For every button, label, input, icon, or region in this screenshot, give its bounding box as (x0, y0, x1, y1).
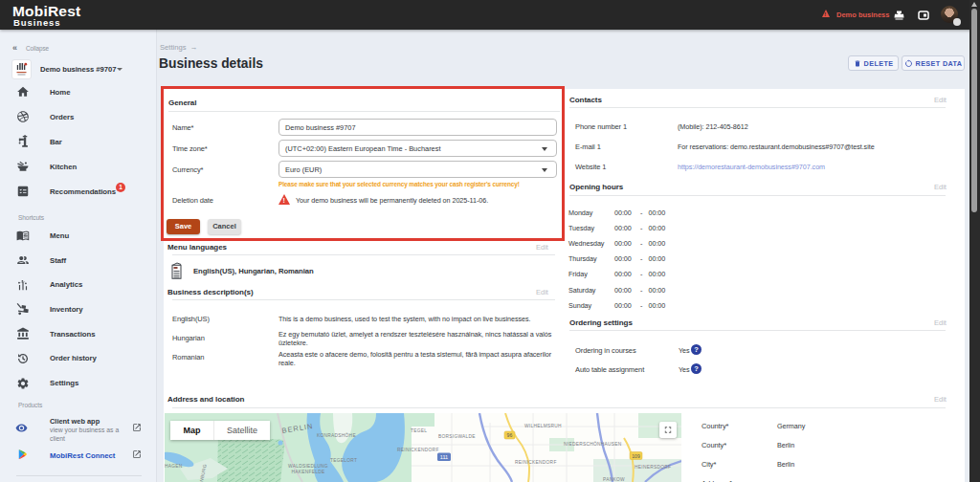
svg-text:WILHELMSRUH: WILHELMSRUH (524, 424, 562, 428)
svg-text:109: 109 (632, 453, 640, 459)
svg-text:TEGEL: TEGEL (411, 428, 427, 433)
svg-text:NIEDERSCHÖNHAUSEN: NIEDERSCHÖNHAUSEN (564, 441, 622, 447)
svg-text:WALDSIEDLUNGHAKENFELDE: WALDSIEDLUNGHAKENFELDE (288, 464, 328, 474)
svg-text:96: 96 (507, 432, 513, 438)
svg-text:PANKOW: PANKOW (603, 477, 625, 482)
svg-text:REINICKENDORF: REINICKENDORF (515, 460, 557, 465)
svg-text:BORSIGWALDE: BORSIGWALDE (438, 434, 476, 439)
svg-text:TEGELORT: TEGELORT (330, 458, 357, 463)
svg-text:REINICKENDORF: REINICKENDORF (397, 448, 439, 452)
svg-text:HAGEN: HAGEN (165, 464, 183, 469)
svg-text:KONRADSHÖHE: KONRADSHÖHE (317, 432, 356, 438)
svg-text:HEINERSDORF: HEINERSDORF (635, 465, 671, 470)
svg-text:111: 111 (440, 454, 448, 460)
